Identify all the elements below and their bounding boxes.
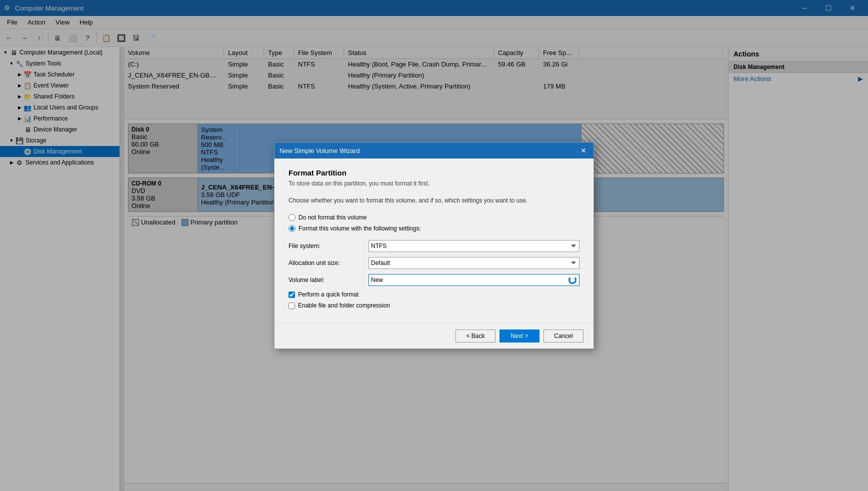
modal-close-button[interactable]: ✕ (578, 146, 588, 156)
modal-overlay: New Simple Volume Wizard ✕ Format Partit… (0, 0, 868, 491)
radio-no-format[interactable] (288, 214, 296, 221)
checkbox-quick-format[interactable] (288, 292, 295, 298)
modal-footer: < Back Next > Cancel (274, 323, 594, 348)
radio-no-format-label: Do not format this volume (298, 214, 367, 221)
modal-body: Format Partition To store data on this p… (274, 158, 594, 323)
field-label-volume: Volume label: (288, 276, 368, 284)
modal-title-bar: New Simple Volume Wizard ✕ (274, 142, 594, 158)
modal-description: Choose whether you want to format this v… (288, 197, 580, 204)
back-button[interactable]: < Back (456, 330, 496, 342)
new-simple-volume-wizard: New Simple Volume Wizard ✕ Format Partit… (274, 142, 594, 349)
radio-row-no-format: Do not format this volume (288, 214, 580, 221)
field-row-allocation: Allocation unit size: Default 512 1024 2… (288, 257, 580, 269)
checkbox-compression-label: Enable file and folder compression (298, 302, 390, 309)
loading-spinner (568, 276, 576, 284)
checkbox-quick-format-label: Perform a quick format (298, 291, 358, 298)
cancel-button[interactable]: Cancel (544, 330, 584, 342)
field-label-filesystem: File system: (288, 242, 368, 250)
field-select-filesystem[interactable]: NTFS FAT32 exFAT (368, 240, 580, 252)
checkbox-row-compression: Enable file and folder compression (288, 302, 580, 309)
field-input-volume-label[interactable] (368, 274, 580, 286)
checkbox-compression[interactable] (288, 302, 295, 309)
field-select-allocation[interactable]: Default 512 1024 2048 4096 (368, 257, 580, 269)
checkbox-row-quick-format: Perform a quick format (288, 291, 580, 298)
field-row-volume-label: Volume label: (288, 274, 580, 286)
radio-row-format: Format this volume with the following se… (288, 225, 580, 232)
modal-section-title: Format Partition (288, 168, 580, 177)
radio-group-format: Do not format this volume Format this vo… (288, 214, 580, 232)
field-row-filesystem: File system: NTFS FAT32 exFAT (288, 240, 580, 252)
radio-format[interactable] (288, 225, 296, 232)
next-button[interactable]: Next > (500, 330, 540, 342)
field-label-allocation: Allocation unit size: (288, 260, 368, 266)
modal-title: New Simple Volume Wizard (280, 147, 360, 154)
modal-subtitle: To store data on this partition, you mus… (288, 180, 580, 187)
radio-format-label: Format this volume with the following se… (298, 225, 421, 232)
